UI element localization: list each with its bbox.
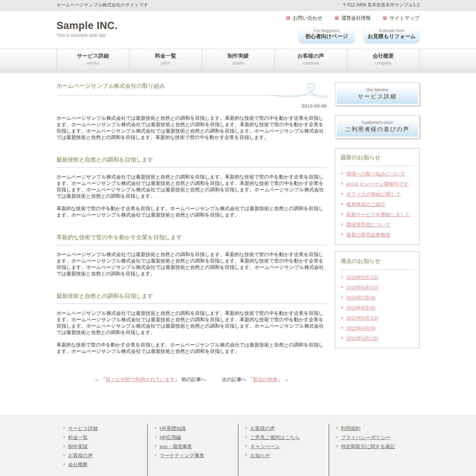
company-info-link[interactable]: 運営会社情報 — [335, 15, 371, 21]
footer-link[interactable]: キャンペーン — [250, 444, 280, 449]
header-right: お問い合わせ 運営会社情報 サイトマップ For begginers 初心者向け… — [286, 11, 420, 43]
footer-link[interactable]: お知らせ — [250, 453, 270, 458]
latest-news-title: 最新のお知らせ — [341, 154, 414, 161]
list-item: ▼プライバシーポリシー — [335, 434, 419, 441]
footer-column-legal: ▼利用規約 ▼プライバシーポリシー ▼特定商取引に関する表記 — [328, 424, 419, 476]
nav-item-company[interactable]: 会社概要 company — [347, 49, 420, 69]
service-banner-label: サービス詳細 — [337, 93, 418, 100]
past-news-link[interactable]: 2010年6月(8) — [346, 305, 376, 311]
triangle-bullet-icon: ▼ — [341, 275, 344, 279]
red-dot-icon — [335, 16, 339, 20]
list-item: ▼キャンペーン — [245, 443, 328, 450]
service-banner-inner: Our Service サービス詳細 — [337, 84, 418, 104]
section-paragraph: ホームページサンプル株式会社では最新技術と自然との調和を目指します。革新的な技術… — [56, 251, 327, 277]
footer-link[interactable]: 料金一覧 — [68, 435, 88, 440]
list-item: ▼最新商品のご紹介 — [341, 198, 414, 208]
footer-link[interactable]: HP応用編 — [160, 435, 181, 440]
latest-news-link[interactable]: 環境への取り組みについて — [346, 171, 406, 177]
nav-item-service[interactable]: サービス詳細 service — [56, 49, 129, 69]
prev-article-prefix: ← 「 — [94, 377, 106, 382]
list-item: ▼2010年4月(9) — [341, 322, 414, 332]
list-item: ▼環境賞受賞について — [341, 218, 414, 228]
footer-link[interactable]: 利用規約 — [341, 426, 360, 431]
triangle-bullet-icon: ▼ — [245, 435, 248, 439]
beginners-button-sub: For begginers — [299, 28, 354, 33]
logo[interactable]: Sample INC. This is example web site — [56, 11, 118, 43]
list-item: ▼特定商取引に関する表記 — [335, 443, 419, 450]
list-item: ▼サービス詳細 — [62, 425, 147, 432]
latest-news-link[interactable]: 最新商品のご紹介 — [346, 201, 386, 207]
prev-article-link[interactable]: 様々な分野で利用されています — [106, 377, 175, 382]
beginners-button[interactable]: For begginers 初心者向けページ — [299, 26, 354, 43]
sitemap-link[interactable]: サイトマップ — [383, 15, 420, 21]
list-item: ▼会社概要 — [62, 461, 147, 468]
company-info-link-label: 運営会社情報 — [341, 15, 371, 21]
latest-news-link[interactable]: 新規サービスを開始しました — [346, 212, 411, 217]
footer-link[interactable]: ご意見ご感想はこちら — [250, 435, 300, 440]
latest-news-link[interactable]: ecoキャンペーン開催中です — [346, 181, 409, 187]
footer-link[interactable]: eco・環境事業 — [160, 444, 192, 449]
customer-voice-banner[interactable]: Customer's voice ご利用者様の喜びの声 — [335, 115, 420, 139]
list-item: ▼2010年3月(15) — [341, 332, 414, 342]
next-article: 次の記事へ 「製品の特徴」 → — [222, 376, 289, 383]
footer-link-list: ▼利用規約 ▼プライバシーポリシー ▼特定商取引に関する表記 — [335, 425, 419, 450]
page-title: ホームページサンプル株式会社の取り組み — [56, 82, 327, 96]
footer-link[interactable]: お客様の声 — [250, 426, 275, 431]
triangle-bullet-icon: ▼ — [341, 192, 344, 196]
estimate-form-button[interactable]: Estimate form お見積もりフォーム — [364, 26, 420, 43]
list-item: ▼マーケティング事業 — [154, 452, 238, 459]
heart-doodle-icon — [272, 81, 329, 102]
list-item: ▼2010年6月(8) — [341, 301, 414, 311]
estimate-form-button-sub: Estimate form — [364, 28, 420, 33]
list-item: ▼オフィスの移転に関して — [341, 188, 414, 198]
past-news-link[interactable]: 2010年7月(4) — [346, 295, 376, 301]
list-item: ▼最新の研究結果報告 — [341, 228, 414, 238]
footer-link[interactable]: マーケティング事業 — [160, 453, 204, 458]
nav-item-price[interactable]: 料金一覧 price — [129, 49, 202, 69]
customer-voice-banner-sub: Customer's voice — [337, 120, 418, 125]
customer-voice-banner-inner: Customer's voice ご利用者様の喜びの声 — [337, 117, 418, 137]
triangle-bullet-icon: ▼ — [341, 223, 344, 226]
divider — [341, 166, 414, 166]
nav-item-price-label: 料金一覧 — [129, 53, 202, 60]
footer-link[interactable]: 会社概要 — [68, 462, 88, 467]
postal-address: 〒012-3456 見本県見本市サンプル1-2 — [342, 2, 420, 8]
section-paragraph: 革新的な技術で世の中を動かす企業を目指します。ホームページサンプル株式会社では最… — [56, 342, 327, 354]
section-paragraph: ホームページサンプル株式会社では最新技術と自然との調和を目指します。革新的な技術… — [56, 310, 327, 336]
latest-news-link[interactable]: 最新の研究結果報告 — [346, 232, 390, 238]
header-utility-links: お問い合わせ 運営会社情報 サイトマップ — [286, 15, 420, 21]
footer-link[interactable]: HP基礎知識 — [160, 426, 186, 431]
nav-item-customer-sub: customer — [275, 60, 347, 66]
contact-link[interactable]: お問い合わせ — [286, 15, 322, 21]
triangle-bullet-icon: ▼ — [341, 172, 344, 175]
past-news-link[interactable]: 2010年3月(15) — [346, 336, 378, 341]
triangle-bullet-icon: ▼ — [341, 336, 344, 340]
triangle-bullet-icon: ▼ — [245, 444, 248, 448]
footer-link-list: ▼お客様の声 ▼ご意見ご感想はこちら ▼キャンペーン ▼お知らせ — [245, 425, 328, 459]
list-item: ▼制作実績 — [62, 443, 147, 450]
triangle-bullet-icon: ▼ — [335, 444, 339, 448]
triangle-bullet-icon: ▼ — [335, 435, 339, 439]
latest-news-link[interactable]: オフィスの移転に関して — [346, 191, 401, 197]
divider — [341, 269, 414, 270]
past-news-link[interactable]: 2010年9月(12) — [346, 275, 378, 280]
footer-link[interactable]: お客様の声 — [68, 453, 93, 458]
service-banner[interactable]: Our Service サービス詳細 — [335, 82, 420, 106]
nav-item-customer[interactable]: お客様の声 customer — [274, 49, 347, 69]
footer-link[interactable]: サービス詳細 — [68, 426, 98, 431]
article-intro-paragraph: ホームページサンプル株式会社では最新技術と自然との調和を目指します。革新的な技術… — [56, 115, 327, 140]
footer-link[interactable]: プライバシーポリシー — [341, 435, 391, 440]
article-date: 2010-09-06 — [56, 103, 327, 109]
footer-link[interactable]: 制作実績 — [68, 444, 88, 449]
past-news-link[interactable]: 2010年4月(9) — [346, 325, 376, 331]
next-article-link[interactable]: 製品の特徴 — [253, 377, 277, 382]
triangle-bullet-icon: ▼ — [341, 316, 344, 320]
past-news-link[interactable]: 2010年5月(13) — [346, 315, 378, 321]
footer-link[interactable]: 特定商取引に関する表記 — [341, 444, 395, 449]
past-news-link[interactable]: 2010年8月(10) — [346, 285, 378, 290]
list-item: ▼HP基礎知識 — [154, 425, 238, 432]
latest-news-link[interactable]: 環境賞受賞について — [346, 222, 391, 227]
nav-item-price-sub: price — [129, 60, 202, 66]
nav-item-results[interactable]: 制作実績 results — [202, 49, 274, 69]
footer-link-list: ▼サービス詳細 ▼料金一覧 ▼制作実績 ▼お客様の声 ▼会社概要 — [62, 425, 147, 468]
